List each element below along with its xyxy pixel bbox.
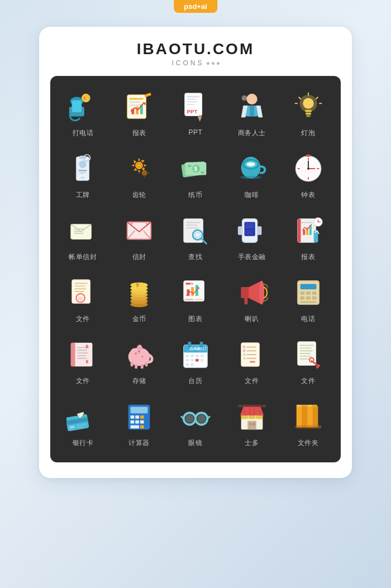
svg-rect-141: [78, 352, 88, 353]
svg-rect-153: [141, 364, 144, 369]
svg-rect-182: [246, 358, 256, 359]
checklist-icon: [235, 337, 269, 372]
svg-text:$: $: [194, 165, 198, 172]
icon-cell-document: 文件: [280, 329, 336, 391]
svg-point-25: [241, 95, 247, 101]
svg-rect-95: [303, 230, 305, 235]
svg-rect-13: [145, 93, 152, 98]
svg-point-27: [303, 98, 313, 109]
svg-rect-37: [80, 156, 87, 159]
svg-rect-173: [190, 363, 194, 366]
envelope-icon: [122, 213, 156, 248]
svg-point-38: [79, 161, 87, 169]
svg-rect-221: [253, 423, 255, 426]
svg-rect-94: [301, 222, 312, 223]
bill-envelope-icon: [65, 213, 100, 248]
svg-rect-123: [185, 299, 193, 300]
svg-rect-151: [131, 362, 133, 367]
svg-rect-172: [186, 363, 189, 366]
lightbulb-icon: [291, 89, 326, 124]
svg-rect-169: [190, 359, 194, 362]
svg-rect-171: [201, 359, 204, 362]
svg-rect-170: [196, 359, 199, 362]
shop-icon: [235, 399, 269, 434]
svg-point-58: [240, 176, 262, 179]
svg-text:!: !: [84, 95, 85, 101]
svg-point-156: [142, 356, 144, 357]
icons-grid: ! 打电话 报表 PPT PPT 商务人士: [55, 82, 336, 453]
checklist-label: 文件: [245, 376, 259, 386]
icon-cell-money: $ 纸币: [168, 144, 224, 205]
svg-point-21: [246, 94, 257, 104]
svg-rect-39: [79, 170, 87, 171]
icon-cell-businessman: 商务人士: [223, 82, 280, 144]
bank-card-icon: [65, 399, 100, 434]
svg-rect-129: [300, 284, 316, 290]
svg-point-57: [246, 162, 255, 166]
site-subtitle: ICONS: [50, 59, 341, 67]
svg-point-46: [143, 171, 146, 175]
icon-cell-coins: ¥ 金币: [111, 267, 168, 329]
notebook-label: 文件: [76, 376, 90, 386]
svg-rect-6: [130, 98, 144, 100]
icon-cell-envelope: 信封: [111, 205, 168, 267]
svg-rect-181: [243, 357, 245, 360]
svg-rect-142: [78, 355, 86, 356]
piggy-bank-label: 存储: [132, 376, 146, 386]
svg-rect-203: [140, 415, 144, 419]
file-folder-label: 文件夹: [298, 438, 319, 448]
svg-rect-208: [140, 425, 144, 428]
svg-rect-145: [86, 360, 88, 364]
coffee-label: 咖啡: [245, 190, 259, 200]
watch-finance-label: 手表金融: [238, 252, 266, 262]
main-card: IBAOTU.COM ICONS ! 打电话 报表 PPT: [39, 27, 352, 478]
icon-cell-megaphone: 喇叭: [223, 267, 280, 329]
svg-rect-219: [247, 421, 256, 429]
svg-rect-52: [188, 165, 191, 167]
shop-label: 士多: [245, 438, 259, 448]
svg-point-44: [137, 164, 141, 167]
svg-rect-71: [74, 228, 85, 230]
icon-cell-watch-finance: 手表金融: [223, 205, 280, 267]
phone-call-icon: !: [65, 89, 100, 124]
businessman-label: 商务人士: [238, 128, 266, 138]
icon-cell-file-folder: 文件夹: [280, 391, 336, 453]
svg-rect-185: [299, 345, 313, 346]
pie-chart-icon: [178, 275, 213, 310]
svg-rect-118: [186, 283, 190, 285]
svg-rect-132: [312, 291, 316, 295]
icon-cell-calendar: JUNE 2017 台历: [168, 329, 224, 391]
svg-rect-226: [312, 406, 318, 428]
glasses-icon: [178, 399, 213, 434]
envelope-label: 信封: [132, 252, 146, 262]
svg-rect-165: [190, 355, 194, 357]
svg-rect-138: [71, 343, 75, 367]
svg-rect-186: [299, 347, 311, 348]
svg-rect-144: [86, 345, 88, 348]
svg-rect-17: [187, 101, 198, 102]
svg-rect-73: [74, 233, 84, 234]
svg-rect-218: [256, 415, 263, 419]
svg-rect-86: [238, 226, 242, 235]
svg-rect-220: [250, 423, 252, 426]
svg-rect-228: [302, 405, 307, 407]
svg-rect-229: [307, 405, 313, 407]
calculator-label: 计算器: [128, 438, 150, 448]
svg-rect-125: [241, 287, 249, 298]
svg-rect-166: [196, 355, 199, 357]
svg-rect-230: [312, 405, 317, 407]
svg-text:印: 印: [79, 297, 83, 302]
megaphone-label: 喇叭: [245, 314, 259, 324]
svg-rect-130: [300, 291, 304, 295]
money-icon: $: [178, 151, 213, 186]
svg-rect-231: [295, 425, 321, 428]
document-icon: [291, 337, 326, 372]
bill-envelope-label: 帐单信封: [69, 252, 97, 262]
svg-point-3: [82, 94, 90, 102]
site-title: IBAOTU.COM: [50, 40, 341, 58]
svg-rect-222: [238, 405, 266, 408]
svg-rect-183: [250, 361, 255, 363]
calendar-label: 台历: [188, 376, 202, 386]
svg-rect-18: [187, 104, 196, 105]
svg-rect-135: [312, 297, 316, 300]
